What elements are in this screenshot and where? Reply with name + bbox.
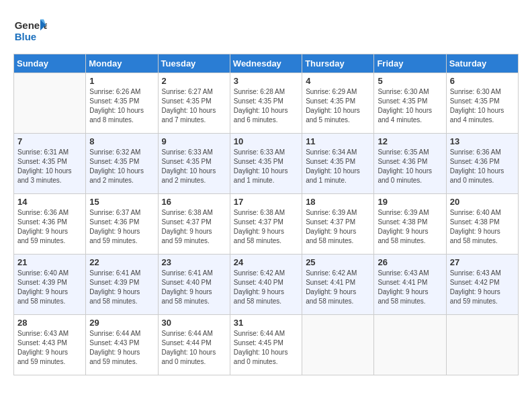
calendar-cell: 27Sunrise: 6:43 AM Sunset: 4:42 PM Dayli… (446, 255, 518, 315)
day-info: Sunrise: 6:41 AM Sunset: 4:39 PM Dayligh… (89, 269, 154, 306)
day-info: Sunrise: 6:39 AM Sunset: 4:38 PM Dayligh… (378, 208, 442, 246)
day-info: Sunrise: 6:29 AM Sunset: 4:35 PM Dayligh… (306, 87, 370, 125)
calendar-cell: 26Sunrise: 6:43 AM Sunset: 4:41 PM Dayli… (374, 255, 446, 315)
day-info: Sunrise: 6:38 AM Sunset: 4:37 PM Dayligh… (162, 208, 226, 246)
day-info: Sunrise: 6:30 AM Sunset: 4:35 PM Dayligh… (378, 87, 442, 125)
day-info: Sunrise: 6:30 AM Sunset: 4:35 PM Dayligh… (450, 87, 515, 125)
day-number: 15 (89, 197, 154, 207)
day-info: Sunrise: 6:27 AM Sunset: 4:35 PM Dayligh… (162, 87, 226, 125)
day-info: Sunrise: 6:40 AM Sunset: 4:39 PM Dayligh… (17, 269, 82, 306)
day-number: 16 (162, 197, 226, 207)
day-number: 25 (306, 257, 370, 267)
day-of-week-header: Monday (86, 54, 158, 73)
day-info: Sunrise: 6:42 AM Sunset: 4:40 PM Dayligh… (234, 269, 298, 306)
day-of-week-header: Friday (374, 54, 446, 73)
calendar-cell: 7Sunrise: 6:31 AM Sunset: 4:35 PM Daylig… (14, 134, 86, 194)
svg-text:Blue: Blue (15, 31, 37, 42)
day-info: Sunrise: 6:32 AM Sunset: 4:35 PM Dayligh… (89, 148, 154, 185)
day-info: Sunrise: 6:41 AM Sunset: 4:40 PM Dayligh… (162, 269, 226, 306)
day-number: 9 (162, 136, 226, 146)
calendar-table: SundayMondayTuesdayWednesdayThursdayFrid… (13, 54, 519, 375)
day-number: 27 (450, 257, 515, 267)
day-number: 1 (89, 76, 154, 86)
calendar-cell: 19Sunrise: 6:39 AM Sunset: 4:38 PM Dayli… (374, 194, 446, 255)
calendar-week-row: 14Sunrise: 6:36 AM Sunset: 4:36 PM Dayli… (14, 194, 519, 255)
calendar-cell (302, 315, 374, 375)
day-number: 20 (450, 197, 515, 207)
day-info: Sunrise: 6:36 AM Sunset: 4:36 PM Dayligh… (450, 148, 515, 185)
day-info: Sunrise: 6:44 AM Sunset: 4:43 PM Dayligh… (89, 329, 154, 367)
day-info: Sunrise: 6:36 AM Sunset: 4:36 PM Dayligh… (17, 208, 82, 246)
day-number: 3 (234, 76, 298, 86)
calendar-cell: 30Sunrise: 6:44 AM Sunset: 4:44 PM Dayli… (158, 315, 230, 375)
calendar-cell: 28Sunrise: 6:43 AM Sunset: 4:43 PM Dayli… (14, 315, 86, 375)
day-number: 29 (89, 318, 154, 328)
day-number: 21 (17, 257, 82, 267)
calendar-cell: 12Sunrise: 6:35 AM Sunset: 4:36 PM Dayli… (374, 134, 446, 194)
calendar-cell: 9Sunrise: 6:33 AM Sunset: 4:35 PM Daylig… (158, 134, 230, 194)
calendar-week-row: 7Sunrise: 6:31 AM Sunset: 4:35 PM Daylig… (14, 134, 519, 194)
logo-icon: General Blue (13, 13, 47, 47)
calendar-week-row: 28Sunrise: 6:43 AM Sunset: 4:43 PM Dayli… (14, 315, 519, 375)
calendar-cell: 31Sunrise: 6:44 AM Sunset: 4:45 PM Dayli… (230, 315, 302, 375)
day-info: Sunrise: 6:44 AM Sunset: 4:44 PM Dayligh… (162, 329, 226, 367)
day-number: 11 (306, 136, 370, 146)
day-number: 6 (450, 76, 515, 86)
day-number: 10 (234, 136, 298, 146)
calendar-cell: 4Sunrise: 6:29 AM Sunset: 4:35 PM Daylig… (302, 73, 374, 134)
calendar-cell: 24Sunrise: 6:42 AM Sunset: 4:40 PM Dayli… (230, 255, 302, 315)
logo: General Blue (13, 13, 47, 47)
calendar-cell: 1Sunrise: 6:26 AM Sunset: 4:35 PM Daylig… (86, 73, 158, 134)
calendar-cell: 3Sunrise: 6:28 AM Sunset: 4:35 PM Daylig… (230, 73, 302, 134)
calendar-cell: 16Sunrise: 6:38 AM Sunset: 4:37 PM Dayli… (158, 194, 230, 255)
calendar-cell: 17Sunrise: 6:38 AM Sunset: 4:37 PM Dayli… (230, 194, 302, 255)
calendar-cell: 20Sunrise: 6:40 AM Sunset: 4:38 PM Dayli… (446, 194, 518, 255)
day-of-week-header: Wednesday (230, 54, 302, 73)
day-number: 14 (17, 197, 82, 207)
calendar-cell: 25Sunrise: 6:42 AM Sunset: 4:41 PM Dayli… (302, 255, 374, 315)
day-info: Sunrise: 6:31 AM Sunset: 4:35 PM Dayligh… (17, 148, 82, 185)
day-number: 28 (17, 318, 82, 328)
calendar-cell: 14Sunrise: 6:36 AM Sunset: 4:36 PM Dayli… (14, 194, 86, 255)
day-info: Sunrise: 6:26 AM Sunset: 4:35 PM Dayligh… (89, 87, 154, 125)
day-info: Sunrise: 6:43 AM Sunset: 4:42 PM Dayligh… (450, 269, 515, 306)
calendar-cell: 13Sunrise: 6:36 AM Sunset: 4:36 PM Dayli… (446, 134, 518, 194)
calendar-cell: 6Sunrise: 6:30 AM Sunset: 4:35 PM Daylig… (446, 73, 518, 134)
calendar-week-row: 1Sunrise: 6:26 AM Sunset: 4:35 PM Daylig… (14, 73, 519, 134)
day-info: Sunrise: 6:39 AM Sunset: 4:37 PM Dayligh… (306, 208, 370, 246)
calendar-header-row: SundayMondayTuesdayWednesdayThursdayFrid… (14, 54, 519, 73)
calendar-cell (14, 73, 86, 134)
day-of-week-header: Sunday (14, 54, 86, 73)
calendar-cell (446, 315, 518, 375)
day-info: Sunrise: 6:38 AM Sunset: 4:37 PM Dayligh… (234, 208, 298, 246)
day-number: 4 (306, 76, 370, 86)
day-of-week-header: Thursday (302, 54, 374, 73)
calendar-cell: 10Sunrise: 6:33 AM Sunset: 4:35 PM Dayli… (230, 134, 302, 194)
day-info: Sunrise: 6:42 AM Sunset: 4:41 PM Dayligh… (306, 269, 370, 306)
day-info: Sunrise: 6:35 AM Sunset: 4:36 PM Dayligh… (378, 148, 442, 185)
day-number: 19 (378, 197, 442, 207)
day-number: 12 (378, 136, 442, 146)
calendar-cell: 18Sunrise: 6:39 AM Sunset: 4:37 PM Dayli… (302, 194, 374, 255)
day-number: 23 (162, 257, 226, 267)
calendar-cell (374, 315, 446, 375)
calendar-cell: 29Sunrise: 6:44 AM Sunset: 4:43 PM Dayli… (86, 315, 158, 375)
calendar-cell: 15Sunrise: 6:37 AM Sunset: 4:36 PM Dayli… (86, 194, 158, 255)
day-number: 13 (450, 136, 515, 146)
day-number: 5 (378, 76, 442, 86)
day-info: Sunrise: 6:37 AM Sunset: 4:36 PM Dayligh… (89, 208, 154, 246)
day-info: Sunrise: 6:33 AM Sunset: 4:35 PM Dayligh… (234, 148, 298, 185)
day-of-week-header: Saturday (446, 54, 518, 73)
day-info: Sunrise: 6:43 AM Sunset: 4:41 PM Dayligh… (378, 269, 442, 306)
day-info: Sunrise: 6:40 AM Sunset: 4:38 PM Dayligh… (450, 208, 515, 246)
calendar-cell: 21Sunrise: 6:40 AM Sunset: 4:39 PM Dayli… (14, 255, 86, 315)
day-number: 17 (234, 197, 298, 207)
calendar-cell: 5Sunrise: 6:30 AM Sunset: 4:35 PM Daylig… (374, 73, 446, 134)
day-info: Sunrise: 6:28 AM Sunset: 4:35 PM Dayligh… (234, 87, 298, 125)
page-header: General Blue (13, 13, 519, 47)
day-number: 8 (89, 136, 154, 146)
day-info: Sunrise: 6:33 AM Sunset: 4:35 PM Dayligh… (162, 148, 226, 185)
day-of-week-header: Tuesday (158, 54, 230, 73)
day-number: 24 (234, 257, 298, 267)
day-number: 31 (234, 318, 298, 328)
